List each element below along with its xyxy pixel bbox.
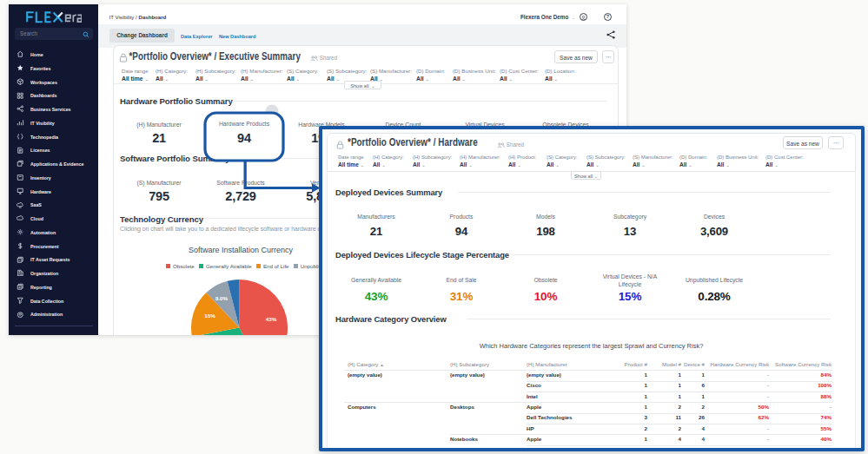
svg-text:8.0%: 8.0% <box>215 295 229 301</box>
svg-text:43%: 43% <box>266 316 277 322</box>
svg-text:16%: 16% <box>204 313 215 319</box>
